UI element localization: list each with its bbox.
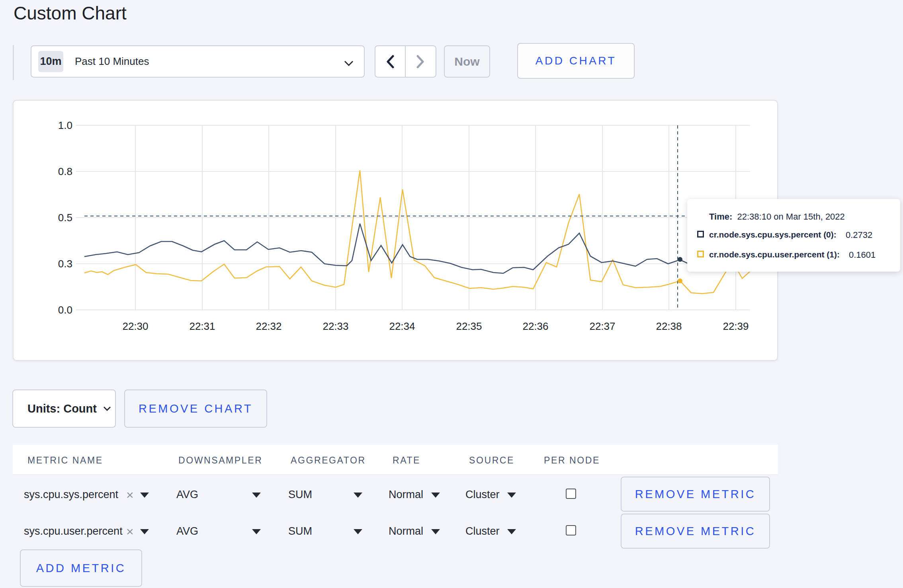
svg-text:22:31: 22:31	[189, 320, 215, 332]
svg-text:22:37: 22:37	[589, 320, 615, 332]
svg-text:22:33: 22:33	[322, 320, 348, 332]
svg-text:0.5: 0.5	[58, 212, 72, 224]
svg-text:0.3: 0.3	[58, 258, 72, 270]
svg-text:22:39: 22:39	[723, 320, 749, 332]
svg-text:22:38: 22:38	[656, 320, 682, 332]
svg-text:22:34: 22:34	[389, 320, 415, 332]
svg-text:0.0: 0.0	[58, 304, 72, 316]
svg-text:22:30: 22:30	[122, 320, 148, 332]
svg-text:22:32: 22:32	[256, 320, 281, 332]
svg-text:0.8: 0.8	[58, 165, 72, 177]
svg-text:22:35: 22:35	[456, 320, 482, 332]
svg-text:22:36: 22:36	[522, 320, 548, 332]
svg-text:1.0: 1.0	[58, 119, 72, 131]
